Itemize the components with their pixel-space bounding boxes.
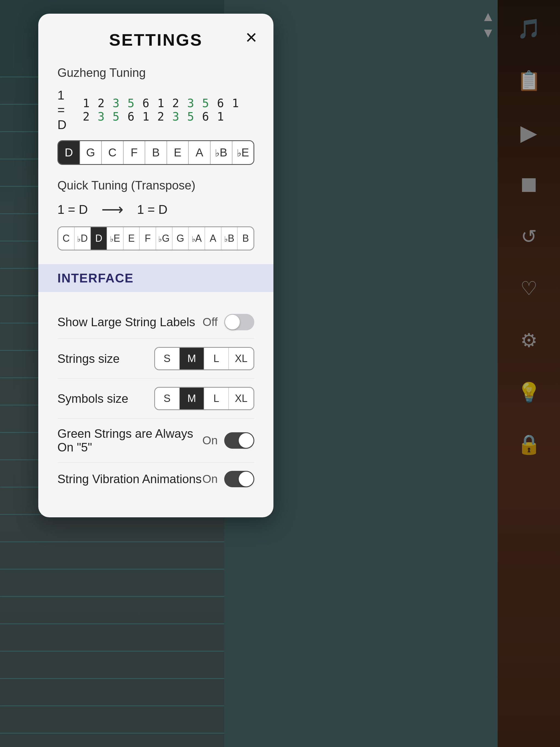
show-large-labels-control: Off — [203, 314, 254, 330]
trans-key-G[interactable]: G — [173, 227, 189, 250]
vibration-animations-control: On — [202, 471, 254, 487]
guzheng-tuning-label: Guzheng Tuning — [57, 66, 254, 80]
modal-overlay: × SETTINGS Guzheng Tuning 1 = D 1 2 3 5 … — [0, 0, 560, 747]
toggle-knob-3 — [239, 472, 253, 486]
settings-modal: × SETTINGS Guzheng Tuning 1 = D 1 2 3 5 … — [38, 14, 274, 517]
toggle-knob-2 — [239, 433, 253, 448]
strings-size-selector: S M L XL — [154, 347, 254, 370]
strings-size-label: Strings size — [57, 352, 120, 366]
trans-key-Bb[interactable]: ♭B — [222, 227, 238, 250]
show-large-labels-row: Show Large String Labels Off — [57, 306, 254, 339]
quick-tuning-section: Quick Tuning (Transpose) 1 = D ⟶ 1 = D C… — [57, 179, 254, 251]
transpose-to-key: 1 = D — [137, 202, 167, 217]
trans-key-F[interactable]: F — [140, 227, 156, 250]
transpose-from-key: 1 = D — [57, 202, 88, 217]
green-strings-status: On — [202, 434, 218, 447]
vibration-animations-label: String Vibration Animations — [57, 472, 202, 486]
green-strings-control: On — [202, 432, 254, 449]
arrow-icon: ⟶ — [101, 200, 123, 218]
strings-size-S[interactable]: S — [155, 348, 180, 369]
guzheng-key-grid: D G C F B E A ♭B ♭E — [57, 140, 254, 165]
key-B[interactable]: B — [145, 141, 167, 164]
key-D[interactable]: D — [58, 141, 80, 164]
trans-key-A[interactable]: A — [205, 227, 222, 250]
symbols-size-L[interactable]: L — [204, 388, 229, 409]
green-strings-row: Green Strings are Always On "5" On — [57, 419, 254, 463]
vibration-animations-status: On — [202, 472, 218, 486]
interface-header: INTERFACE — [38, 264, 274, 292]
quick-tuning-label: Quick Tuning (Transpose) — [57, 179, 254, 192]
key-Eb[interactable]: ♭E — [232, 141, 254, 164]
symbols-size-XL[interactable]: XL — [229, 388, 253, 409]
green-strings-label: Green Strings are Always On "5" — [57, 427, 202, 454]
trans-key-Db[interactable]: ♭D — [75, 227, 91, 250]
trans-key-Eb[interactable]: ♭E — [107, 227, 124, 250]
modal-title: SETTINGS — [57, 30, 254, 50]
transpose-key-grid: C ♭D D ♭E E F ♭G G ♭A A ♭B B — [57, 226, 254, 251]
key-A[interactable]: A — [189, 141, 210, 164]
symbols-size-S[interactable]: S — [155, 388, 180, 409]
key-G[interactable]: G — [80, 141, 102, 164]
transpose-keys-display: 1 = D ⟶ 1 = D — [57, 200, 254, 218]
trans-key-Ab[interactable]: ♭A — [189, 227, 205, 250]
key-C[interactable]: C — [102, 141, 124, 164]
key-E[interactable]: E — [167, 141, 189, 164]
trans-key-D[interactable]: D — [91, 227, 107, 250]
guzheng-current-key: 1 = D — [57, 88, 74, 132]
show-large-labels-status: Off — [203, 315, 218, 329]
green-strings-toggle[interactable] — [224, 432, 254, 449]
toggle-knob — [225, 315, 240, 330]
vibration-animations-toggle[interactable] — [224, 471, 254, 487]
trans-key-E[interactable]: E — [124, 227, 140, 250]
show-large-labels-toggle[interactable] — [224, 314, 254, 330]
symbols-size-label: Symbols size — [57, 392, 128, 406]
guzheng-tuning-row: 1 = D 1 2 3 5 6 1 2 3 5 6 1 2 3 5 6 1 2 … — [57, 88, 254, 132]
trans-key-Gb[interactable]: ♭G — [156, 227, 173, 250]
strings-size-XL[interactable]: XL — [229, 348, 253, 369]
symbols-size-M[interactable]: M — [180, 388, 204, 409]
note-sequence: 1 2 3 5 6 1 2 3 5 6 1 2 3 5 6 1 2 3 5 6 … — [82, 97, 254, 123]
show-large-labels-label: Show Large String Labels — [57, 315, 195, 329]
symbols-size-selector: S M L XL — [154, 387, 254, 410]
key-F[interactable]: F — [124, 141, 146, 164]
trans-key-B[interactable]: B — [238, 227, 253, 250]
symbols-size-row: Symbols size S M L XL — [57, 379, 254, 419]
key-Bb[interactable]: ♭B — [210, 141, 232, 164]
strings-size-row: Strings size S M L XL — [57, 339, 254, 379]
vibration-animations-row: String Vibration Animations On — [57, 463, 254, 495]
trans-key-C[interactable]: C — [58, 227, 75, 250]
strings-size-M[interactable]: M — [180, 348, 204, 369]
interface-title: INTERFACE — [57, 271, 134, 285]
close-button[interactable]: × — [246, 27, 257, 47]
strings-size-L[interactable]: L — [204, 348, 229, 369]
